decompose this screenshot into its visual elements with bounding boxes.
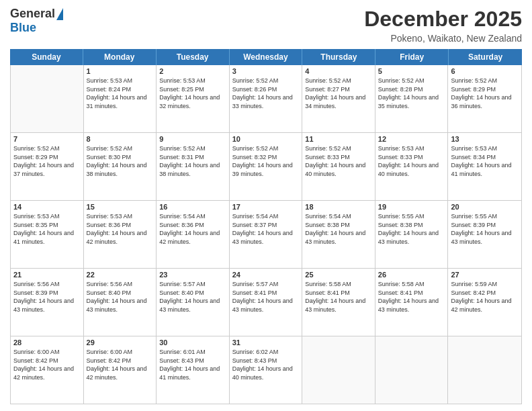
calendar-header: SundayMondayTuesdayWednesdayThursdayFrid…: [10, 49, 522, 65]
cell-info: Sunrise: 5:54 AMSunset: 8:37 PMDaylight:…: [232, 212, 300, 246]
sunset-text: Sunset: 8:38 PM: [378, 221, 445, 230]
sunset-text: Sunset: 8:39 PM: [13, 289, 81, 298]
sunrise-text: Sunrise: 5:56 AM: [13, 280, 81, 289]
day-number: 25: [305, 271, 372, 279]
calendar-cell: 16Sunrise: 5:54 AMSunset: 8:36 PMDayligh…: [157, 201, 230, 268]
day-number: 19: [378, 203, 445, 211]
sunset-text: Sunset: 8:35 PM: [13, 221, 81, 230]
cell-info: Sunrise: 5:58 AMSunset: 8:41 PMDaylight:…: [378, 280, 445, 314]
cell-info: Sunrise: 5:52 AMSunset: 8:30 PMDaylight:…: [87, 144, 154, 178]
sunset-text: Sunset: 8:41 PM: [305, 289, 372, 298]
daylight-text: Daylight: 14 hours and 43 minutes.: [451, 229, 519, 246]
day-number: 14: [13, 203, 81, 211]
sunset-text: Sunset: 8:28 PM: [378, 85, 445, 94]
sunset-text: Sunset: 8:31 PM: [159, 153, 226, 162]
cell-info: Sunrise: 5:57 AMSunset: 8:41 PMDaylight:…: [232, 280, 300, 314]
calendar-cell: 10Sunrise: 5:52 AMSunset: 8:32 PMDayligh…: [230, 133, 303, 200]
sunset-text: Sunset: 8:43 PM: [159, 357, 226, 365]
day-number: 11: [305, 135, 372, 143]
calendar-row-5: 28Sunrise: 6:00 AMSunset: 8:42 PMDayligh…: [11, 336, 521, 404]
daylight-text: Daylight: 14 hours and 43 minutes.: [378, 297, 445, 314]
month-title: December 2025: [364, 7, 522, 32]
calendar-body: 1Sunrise: 5:53 AMSunset: 8:24 PMDaylight…: [10, 65, 522, 404]
day-number: 17: [232, 203, 300, 211]
calendar-cell: 15Sunrise: 5:53 AMSunset: 8:36 PMDayligh…: [84, 201, 157, 268]
header-day-tuesday: Tuesday: [157, 49, 230, 65]
cell-info: Sunrise: 5:59 AMSunset: 8:42 PMDaylight:…: [451, 280, 519, 314]
cell-info: Sunrise: 6:00 AMSunset: 8:42 PMDaylight:…: [87, 348, 154, 381]
sunset-text: Sunset: 8:27 PM: [305, 85, 372, 94]
daylight-text: Daylight: 14 hours and 42 minutes.: [13, 365, 81, 381]
sunrise-text: Sunrise: 5:52 AM: [305, 144, 372, 153]
day-number: 9: [159, 135, 226, 143]
cell-info: Sunrise: 5:52 AMSunset: 8:32 PMDaylight:…: [232, 144, 300, 178]
day-number: 4: [305, 67, 372, 75]
daylight-text: Daylight: 14 hours and 41 minutes.: [159, 365, 226, 381]
sunset-text: Sunset: 8:29 PM: [451, 85, 519, 94]
calendar-cell: 23Sunrise: 5:57 AMSunset: 8:40 PMDayligh…: [157, 269, 230, 336]
sunrise-text: Sunrise: 5:54 AM: [232, 212, 300, 221]
cell-info: Sunrise: 6:01 AMSunset: 8:43 PMDaylight:…: [159, 348, 226, 381]
sunrise-text: Sunrise: 5:52 AM: [13, 144, 81, 153]
daylight-text: Daylight: 14 hours and 42 minutes.: [451, 297, 519, 314]
sunrise-text: Sunrise: 5:52 AM: [378, 77, 445, 85]
sunset-text: Sunset: 8:33 PM: [305, 153, 372, 162]
sunset-text: Sunset: 8:32 PM: [232, 153, 300, 162]
sunrise-text: Sunrise: 5:53 AM: [87, 212, 154, 221]
sunrise-text: Sunrise: 5:54 AM: [159, 212, 226, 221]
calendar-cell: 28Sunrise: 6:00 AMSunset: 8:42 PMDayligh…: [11, 336, 84, 404]
cell-info: Sunrise: 6:02 AMSunset: 8:43 PMDaylight:…: [232, 348, 300, 381]
sunset-text: Sunset: 8:33 PM: [378, 153, 445, 162]
day-number: 13: [451, 135, 519, 143]
daylight-text: Daylight: 14 hours and 34 minutes.: [305, 93, 372, 110]
sunset-text: Sunset: 8:38 PM: [305, 221, 372, 230]
sunrise-text: Sunrise: 5:52 AM: [159, 144, 226, 153]
page: General Blue December 2025 Pokeno, Waika…: [0, 0, 532, 411]
daylight-text: Daylight: 14 hours and 43 minutes.: [159, 297, 226, 314]
calendar-cell: 24Sunrise: 5:57 AMSunset: 8:41 PMDayligh…: [230, 269, 303, 336]
day-number: 3: [232, 67, 300, 75]
day-number: 29: [87, 338, 154, 347]
day-number: 20: [451, 203, 519, 211]
daylight-text: Daylight: 14 hours and 42 minutes.: [87, 229, 154, 246]
sunrise-text: Sunrise: 5:52 AM: [87, 144, 154, 153]
calendar-cell: 14Sunrise: 5:53 AMSunset: 8:35 PMDayligh…: [11, 201, 84, 268]
sunrise-text: Sunrise: 5:59 AM: [451, 280, 519, 289]
header-day-friday: Friday: [375, 49, 449, 65]
logo-triangle-icon: [56, 8, 63, 20]
sunrise-text: Sunrise: 5:58 AM: [305, 280, 372, 289]
calendar: SundayMondayTuesdayWednesdayThursdayFrid…: [10, 49, 522, 404]
day-number: 8: [87, 135, 154, 143]
calendar-cell: [448, 336, 521, 404]
cell-info: Sunrise: 5:53 AMSunset: 8:24 PMDaylight:…: [87, 77, 154, 110]
sunrise-text: Sunrise: 5:52 AM: [232, 77, 300, 85]
header: General Blue December 2025 Pokeno, Waika…: [10, 7, 522, 44]
logo-blue-text: Blue: [10, 21, 36, 35]
sunrise-text: Sunrise: 5:53 AM: [13, 212, 81, 221]
cell-info: Sunrise: 5:53 AMSunset: 8:34 PMDaylight:…: [451, 144, 519, 178]
sunrise-text: Sunrise: 5:53 AM: [378, 144, 445, 153]
day-number: 31: [232, 338, 300, 347]
daylight-text: Daylight: 14 hours and 33 minutes.: [232, 93, 300, 110]
cell-info: Sunrise: 5:56 AMSunset: 8:40 PMDaylight:…: [87, 280, 154, 314]
daylight-text: Daylight: 14 hours and 41 minutes.: [451, 161, 519, 178]
sunrise-text: Sunrise: 5:53 AM: [87, 77, 154, 85]
day-number: 21: [13, 271, 81, 279]
calendar-cell: 20Sunrise: 5:55 AMSunset: 8:39 PMDayligh…: [448, 201, 521, 268]
calendar-cell: 6Sunrise: 5:52 AMSunset: 8:29 PMDaylight…: [448, 65, 521, 132]
header-day-wednesday: Wednesday: [230, 49, 303, 65]
calendar-cell: 5Sunrise: 5:52 AMSunset: 8:28 PMDaylight…: [375, 65, 449, 132]
cell-info: Sunrise: 5:54 AMSunset: 8:36 PMDaylight:…: [159, 212, 226, 246]
sunset-text: Sunset: 8:42 PM: [87, 357, 154, 365]
calendar-cell: 12Sunrise: 5:53 AMSunset: 8:33 PMDayligh…: [375, 133, 449, 200]
calendar-cell: 7Sunrise: 5:52 AMSunset: 8:29 PMDaylight…: [11, 133, 84, 200]
sunrise-text: Sunrise: 6:02 AM: [232, 348, 300, 357]
daylight-text: Daylight: 14 hours and 43 minutes.: [305, 297, 372, 314]
sunset-text: Sunset: 8:36 PM: [87, 221, 154, 230]
calendar-cell: 9Sunrise: 5:52 AMSunset: 8:31 PMDaylight…: [157, 133, 230, 200]
sunset-text: Sunset: 8:26 PM: [232, 85, 300, 94]
daylight-text: Daylight: 14 hours and 43 minutes.: [378, 229, 445, 246]
cell-info: Sunrise: 5:52 AMSunset: 8:29 PMDaylight:…: [451, 77, 519, 110]
header-day-monday: Monday: [83, 49, 157, 65]
calendar-cell: 2Sunrise: 5:53 AMSunset: 8:25 PMDaylight…: [157, 65, 230, 132]
